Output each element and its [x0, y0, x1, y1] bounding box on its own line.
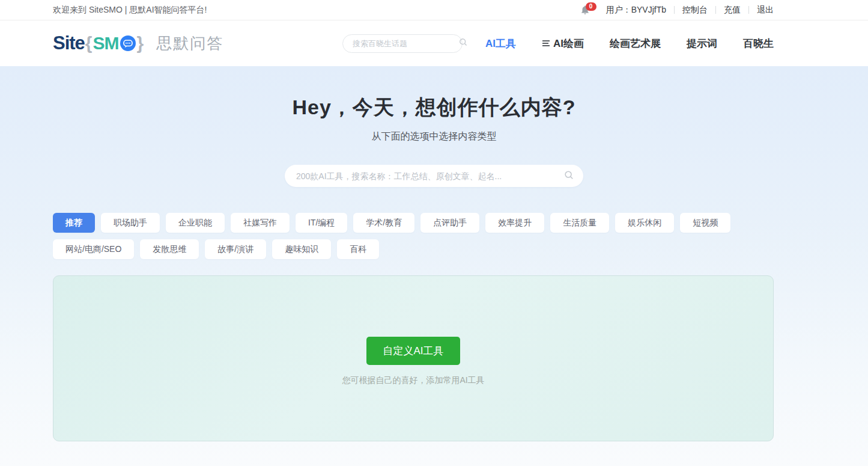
tool-search-input[interactable]: [296, 171, 563, 181]
category-pill[interactable]: 短视频: [680, 213, 730, 233]
main-area: Hey，今天，想创作什么内容? 从下面的选项中选择内容类型 推荐职场助手企业职能…: [0, 66, 868, 466]
category-pills: 推荐职场助手企业职能社媒写作IT/编程学术/教育点评助手效率提升生活质量娱乐休闲…: [53, 213, 774, 259]
category-pill[interactable]: 企业职能: [166, 213, 225, 233]
search-icon[interactable]: [458, 37, 468, 49]
console-link[interactable]: 控制台: [682, 5, 708, 16]
recharge-link[interactable]: 充值: [724, 5, 741, 16]
welcome-text: 欢迎来到 SiteSMO | 思默AI智能问答平台!: [53, 5, 207, 16]
category-pill[interactable]: 故事/演讲: [205, 239, 266, 259]
category-pill[interactable]: 娱乐休闲: [615, 213, 674, 233]
nav-prompts[interactable]: 提示词: [687, 37, 717, 51]
custom-tools-panel: 自定义AI工具 您可根据自己的喜好，添加常用AI工具: [53, 275, 774, 441]
logo-brace-close: }: [137, 33, 144, 54]
user-label: 用户：BYVJjfTb: [606, 5, 666, 16]
chat-bubble-icon: [120, 35, 136, 52]
category-pill[interactable]: 社媒写作: [231, 213, 290, 233]
nav-baixiaosheng[interactable]: 百晓生: [743, 37, 774, 51]
panel-hint-text: 您可根据自己的喜好，添加常用AI工具: [342, 375, 484, 386]
page-subtitle: 从下面的选项中选择内容类型: [0, 130, 868, 143]
category-pill[interactable]: 效率提升: [485, 213, 544, 233]
topic-search: [342, 34, 463, 53]
menu-lines-icon: [542, 40, 550, 47]
nav-ai-painting[interactable]: AI绘画: [542, 37, 584, 51]
search-icon[interactable]: [563, 170, 574, 183]
divider: [674, 6, 675, 14]
logout-link[interactable]: 退出: [757, 5, 774, 16]
category-pill[interactable]: 趣味知识: [272, 239, 331, 259]
page-title: Hey，今天，想创作什么内容?: [0, 94, 868, 121]
logo-site-text: Site: [53, 32, 85, 54]
category-pill[interactable]: 百科: [337, 239, 379, 259]
nav-art-gallery[interactable]: 绘画艺术展: [610, 37, 661, 51]
site-logo[interactable]: Site { SM } 思默问答: [53, 32, 223, 54]
nav-item-label: AI绘画: [553, 37, 584, 51]
category-pill[interactable]: 发散思维: [140, 239, 199, 259]
logo-brace-open: {: [85, 33, 93, 54]
category-pill[interactable]: 点评助手: [420, 213, 479, 233]
main-nav: AI工具AI绘画绘画艺术展提示词百晓生: [485, 37, 774, 51]
custom-ai-tool-button[interactable]: 自定义AI工具: [366, 337, 460, 365]
logo-sm-text: SM: [93, 33, 119, 54]
nav-item-label: AI工具: [485, 37, 516, 51]
category-pill[interactable]: 学术/教育: [353, 213, 414, 233]
divider: [748, 6, 749, 14]
category-pill[interactable]: 推荐: [53, 213, 95, 233]
category-pill[interactable]: 生活质量: [550, 213, 609, 233]
nav-item-label: 百晓生: [743, 37, 774, 51]
topic-search-input[interactable]: [353, 39, 458, 48]
notification-bell[interactable]: 0: [580, 5, 590, 16]
divider: [715, 6, 716, 14]
category-pill[interactable]: 网站/电商/SEO: [53, 239, 134, 259]
topbar: 欢迎来到 SiteSMO | 思默AI智能问答平台! 0 用户：BYVJjfTb…: [0, 0, 868, 20]
tool-search: [285, 165, 583, 187]
nav-ai-tools[interactable]: AI工具: [485, 37, 516, 51]
header: Site { SM } 思默问答: [0, 20, 868, 66]
category-pill[interactable]: 职场助手: [101, 213, 160, 233]
category-pill[interactable]: IT/编程: [296, 213, 347, 233]
nav-item-label: 提示词: [687, 37, 717, 51]
nav-item-label: 绘画艺术展: [610, 37, 661, 51]
notification-badge: 0: [586, 2, 596, 11]
logo-chinese-name: 思默问答: [156, 33, 223, 54]
